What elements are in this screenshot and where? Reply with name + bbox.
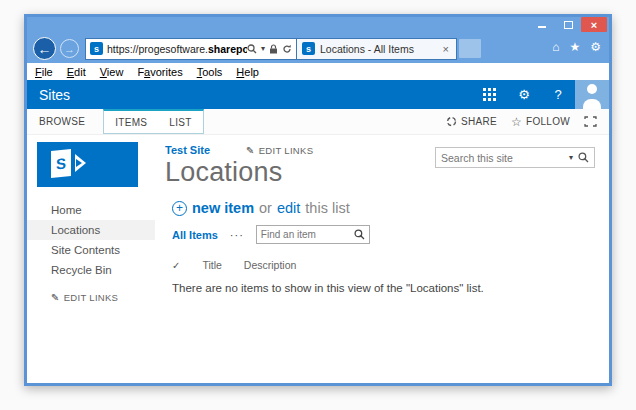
gear-icon: ⚙ — [518, 87, 530, 102]
back-arrow-icon: ← — [38, 41, 52, 57]
settings-button[interactable]: ⚙ — [507, 80, 541, 109]
or-text: or — [259, 200, 272, 216]
menu-view[interactable]: View — [100, 66, 124, 78]
site-breadcrumb-link[interactable]: Test Site — [165, 144, 210, 156]
home-icon[interactable]: ⌂ — [552, 40, 559, 54]
suite-bar-title[interactable]: Sites — [27, 87, 473, 103]
title-block: Test Site ✎ EDIT LINKS Locations — [165, 142, 313, 188]
search-scope-dropdown-icon[interactable]: ▾ — [569, 153, 573, 162]
search-icon[interactable] — [354, 229, 365, 240]
find-item-box — [256, 225, 370, 244]
pencil-icon: ✎ — [51, 292, 60, 303]
list-view-area: + new item or edit this list All Items ·… — [155, 200, 609, 303]
app-launcher-button[interactable] — [473, 80, 507, 109]
menu-help[interactable]: Help — [236, 66, 259, 78]
sidebar-item-site-contents[interactable]: Site Contents — [27, 240, 155, 260]
avatar-head-icon — [587, 84, 597, 94]
forward-arrow-icon: → — [64, 43, 75, 55]
address-url: https://progesoftware.sharepoint.c... — [107, 43, 247, 55]
browser-window: × ⌂ ★ ⚙ ← → s https://progesoftware.shar… — [24, 14, 612, 386]
maximize-icon — [564, 21, 573, 29]
list-command-row: + new item or edit this list — [172, 200, 609, 216]
browser-menubar: File Edit View Favorites Tools Help — [27, 63, 609, 80]
favorites-star-icon[interactable]: ★ — [569, 40, 580, 54]
find-item-input[interactable] — [261, 229, 354, 240]
page-body: Home Locations Site Contents Recycle Bin… — [27, 200, 609, 303]
sharepoint-favicon: s — [90, 42, 103, 55]
minimize-button[interactable] — [529, 17, 555, 32]
plus-icon[interactable]: + — [172, 201, 187, 216]
browser-toolbar-icons: ⌂ ★ ⚙ — [552, 40, 601, 54]
search-icon[interactable] — [247, 44, 257, 54]
browser-titlebar: × ⌂ ★ ⚙ ← → s https://progesoftware.shar… — [27, 17, 609, 63]
sidebar-edit-links[interactable]: ✎ EDIT LINKS — [51, 292, 155, 303]
tools-gear-icon[interactable]: ⚙ — [590, 40, 601, 54]
page-content: S Test Site ✎ EDIT LINKS Locations ▾ — [27, 135, 609, 383]
menu-favorites[interactable]: Favorites — [137, 66, 182, 78]
window-controls: × — [529, 17, 607, 32]
menu-file[interactable]: File — [35, 66, 53, 78]
address-bar[interactable]: s https://progesoftware.sharepoint.c... … — [85, 38, 297, 60]
search-icon[interactable] — [578, 152, 589, 163]
this-list-text: this list — [305, 200, 349, 216]
help-icon: ? — [554, 87, 561, 102]
help-button[interactable]: ? — [541, 80, 575, 109]
address-bar-icons: ▾ — [247, 44, 292, 54]
tab-list[interactable]: LIST — [158, 111, 202, 133]
views-row: All Items ··· — [172, 225, 609, 244]
view-all-items[interactable]: All Items — [172, 229, 218, 241]
user-avatar[interactable] — [575, 80, 609, 109]
new-tab-button[interactable] — [459, 39, 481, 58]
close-button[interactable]: × — [581, 17, 607, 32]
sidebar-item-locations[interactable]: Locations — [27, 220, 155, 240]
tab-favicon: s — [302, 42, 315, 55]
page-title: Locations — [165, 157, 313, 188]
share-button[interactable]: SHARE — [446, 116, 497, 127]
browser-tab[interactable]: s Locations - All Items × — [297, 38, 457, 60]
follow-button[interactable]: ☆ FOLLOW — [511, 115, 570, 129]
column-header-description[interactable]: Description — [244, 259, 297, 271]
empty-list-message: There are no items to show in this view … — [172, 282, 609, 294]
ribbon-right-actions: SHARE ☆ FOLLOW — [446, 109, 609, 134]
sidebar-item-recycle-bin[interactable]: Recycle Bin — [27, 260, 155, 280]
back-button[interactable]: ← — [33, 37, 56, 60]
edit-list-link[interactable]: edit — [277, 200, 300, 216]
tab-close-icon[interactable]: × — [441, 43, 451, 55]
contextual-tab-group: ITEMS LIST — [103, 109, 203, 134]
menu-edit[interactable]: Edit — [67, 66, 86, 78]
lock-icon — [269, 44, 278, 54]
close-icon: × — [591, 19, 597, 31]
menu-tools[interactable]: Tools — [197, 66, 223, 78]
sharepoint-logo-arrow-icon — [75, 154, 86, 172]
sharepoint-logo[interactable]: S — [37, 142, 138, 187]
focus-on-content-icon — [584, 116, 597, 127]
maximize-button[interactable] — [555, 17, 581, 32]
share-icon — [446, 116, 457, 127]
avatar-body-icon — [583, 99, 601, 109]
left-navigation: Home Locations Site Contents Recycle Bin… — [27, 200, 155, 303]
forward-button[interactable]: → — [60, 39, 79, 58]
focus-on-content-button[interactable] — [584, 116, 597, 127]
tab-items[interactable]: ITEMS — [104, 111, 158, 133]
pencil-icon: ✎ — [246, 145, 255, 156]
list-header-row: ✓ Title Description — [172, 259, 609, 271]
header-edit-links[interactable]: ✎ EDIT LINKS — [246, 145, 313, 156]
suite-bar: Sites ⚙ ? — [27, 80, 609, 109]
minimize-icon — [538, 26, 546, 28]
site-search-input[interactable] — [441, 152, 564, 164]
column-header-title[interactable]: Title — [202, 259, 221, 271]
tab-title: Locations - All Items — [320, 43, 441, 55]
follow-star-icon: ☆ — [511, 115, 522, 129]
view-more-ellipsis[interactable]: ··· — [230, 229, 244, 241]
select-all-checkmark-icon[interactable]: ✓ — [172, 260, 180, 271]
refresh-icon[interactable] — [282, 44, 292, 54]
suite-bar-actions: ⚙ ? — [473, 80, 609, 109]
sidebar-item-home[interactable]: Home — [27, 200, 155, 220]
app-launcher-icon — [483, 88, 497, 102]
browser-navigation-row: ← → s https://progesoftware.sharepoint.c… — [33, 37, 529, 60]
site-search-box: ▾ — [435, 147, 595, 168]
address-dropdown-icon[interactable]: ▾ — [261, 44, 265, 53]
new-item-link[interactable]: new item — [192, 200, 254, 216]
tab-browse[interactable]: BROWSE — [27, 109, 97, 134]
ribbon-tab-row: BROWSE ITEMS LIST SHARE ☆ FOLLOW — [27, 109, 609, 135]
